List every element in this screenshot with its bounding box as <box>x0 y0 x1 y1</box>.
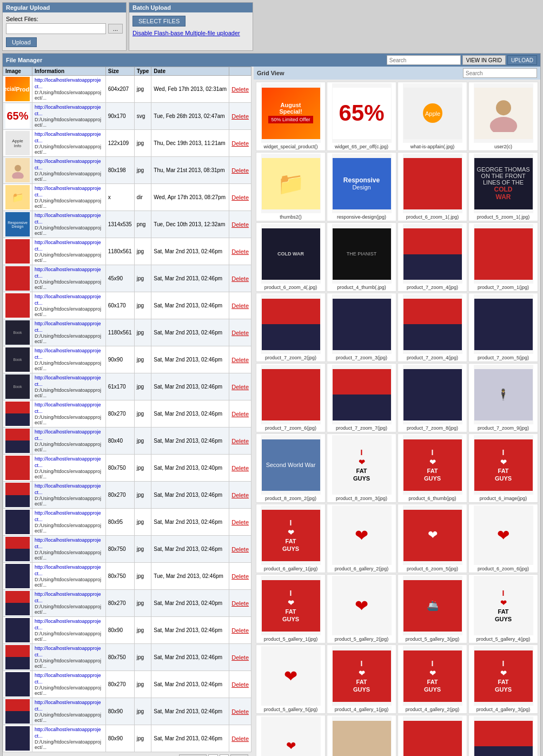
grid-item[interactable]: I❤FATGUYS product_6_thumb(jpg) <box>398 433 467 503</box>
grid-item[interactable]: product_7_zoom_6(jpg) <box>256 363 326 432</box>
grid-item[interactable]: I❤FATGUYS product_4_gallery_1(jpg) <box>327 645 396 714</box>
grid-item[interactable]: AugustSpecial!50% Limited Offer widget_s… <box>256 82 326 151</box>
delete-link[interactable]: Delete <box>231 86 249 93</box>
delete-link[interactable]: Delete <box>231 330 249 336</box>
delete-link[interactable]: Delete <box>231 627 249 634</box>
delete-link[interactable]: Delete <box>231 492 249 498</box>
grid-item[interactable]: product_7_zoom_2(jpg) <box>256 293 326 362</box>
grid-item[interactable]: product_7_zoom_4(jpg) <box>398 222 467 292</box>
table-cell-delete[interactable]: Delete <box>229 76 251 103</box>
grid-item[interactable]: product_7_zoom_1(jpg) <box>468 222 538 292</box>
delete-link[interactable]: Delete <box>231 221 249 228</box>
grid-item[interactable]: I❤FATGUYS product_5_gallery_1(jpg) <box>256 574 326 643</box>
table-cell-delete[interactable]: Delete <box>229 103 251 130</box>
table-cell-delete[interactable]: Delete <box>229 373 251 400</box>
delete-link[interactable]: Delete <box>231 438 249 444</box>
grid-item[interactable]: ❤ product_4_gallery_1(jpg) <box>256 715 326 756</box>
table-cell-delete[interactable]: Delete <box>229 671 251 698</box>
delete-link[interactable]: Delete <box>231 167 249 174</box>
delete-link[interactable]: Delete <box>231 735 249 742</box>
grid-item[interactable]: product_7_zoom_8(jpg) <box>398 363 467 432</box>
grid-item[interactable]: 📁 thumbs2() <box>256 152 326 221</box>
grid-item[interactable]: ❤ product_6_zoom_5(jpg) <box>398 504 467 573</box>
grid-item[interactable]: product_3_zoom_8(jpg) <box>327 715 396 756</box>
upload-button-header[interactable]: UPLOAD <box>507 55 537 65</box>
select-files-button[interactable]: SELECT FILES <box>133 16 186 27</box>
delete-link[interactable]: Delete <box>231 411 249 417</box>
delete-link[interactable]: Delete <box>231 600 249 607</box>
grid-item[interactable]: I❤FATGUYS product_6_gallery_1(jpg) <box>256 504 326 573</box>
delete-link[interactable]: Delete <box>231 113 249 120</box>
delete-link[interactable]: Delete <box>231 384 249 390</box>
grid-item[interactable]: 🕴 product_7_zoom_9(jpg) <box>468 363 538 432</box>
grid-item[interactable]: I❤FATGUYS product_6_image(jpg) <box>468 433 538 503</box>
table-cell-delete[interactable]: Delete <box>229 346 251 373</box>
grid-item[interactable]: ❤ product_6_gallery_2(jpg) <box>327 504 396 573</box>
delete-link[interactable]: Delete <box>231 708 249 715</box>
table-cell-delete[interactable]: Delete <box>229 725 251 752</box>
grid-item[interactable]: product_7_zoom_4(jpg) <box>398 293 467 362</box>
grid-item[interactable]: product_3_zoom_7(jpg) <box>398 715 467 756</box>
table-cell-delete[interactable]: Delete <box>229 563 251 590</box>
table-cell-delete[interactable]: Delete <box>229 184 251 211</box>
upload-button[interactable]: Upload <box>6 37 37 47</box>
grid-item[interactable]: ❤ product_5_gallery_5(jpg) <box>256 645 326 714</box>
table-cell-delete[interactable]: Delete <box>229 455 251 482</box>
delete-link[interactable]: Delete <box>231 465 249 471</box>
delete-link[interactable]: Delete <box>231 357 249 363</box>
grid-item[interactable]: product_3_zoom_6(jpg) <box>468 715 538 756</box>
grid-item[interactable]: ❤ product_6_zoom_6(jpg) <box>468 504 538 573</box>
grid-item[interactable]: I❤FATGUYS product_4_gallery_2(jpg) <box>398 645 467 714</box>
delete-link[interactable]: Delete <box>231 681 249 688</box>
table-cell-delete[interactable]: Delete <box>229 238 251 265</box>
grid-item[interactable]: GEORGE THOMASON THE FRONT LINES OF THECO… <box>468 152 538 221</box>
grid-item[interactable]: Second World War product_8_zoom_2(jpg) <box>256 433 326 503</box>
grid-item[interactable]: product_6_zoom_1(.jpg) <box>398 152 467 221</box>
grid-item[interactable]: I❤FATGUYS product_8_zoom_3(jpg) <box>327 433 396 503</box>
table-cell-delete[interactable]: Delete <box>229 292 251 319</box>
table-cell-delete[interactable]: Delete <box>229 644 251 671</box>
grid-item[interactable]: 65% widget_65_per_off(c.jpg) <box>327 82 396 151</box>
delete-link[interactable]: Delete <box>231 519 249 525</box>
table-cell-delete[interactable]: Delete <box>229 482 251 509</box>
grid-item[interactable]: I❤FATGUYS product_4_gallery_3(jpg) <box>468 645 538 714</box>
delete-link[interactable]: Delete <box>231 248 249 255</box>
browse-button[interactable]: ... <box>108 24 123 34</box>
delete-link[interactable]: Delete <box>231 546 249 553</box>
table-cell-delete[interactable]: Delete <box>229 617 251 644</box>
grid-item[interactable]: product_7_zoom_5(jpg) <box>468 293 538 362</box>
grid-search-input[interactable] <box>463 68 537 78</box>
file-path-input[interactable] <box>6 23 106 34</box>
delete-link[interactable]: Delete <box>231 275 249 282</box>
delete-link[interactable]: Delete <box>231 140 249 147</box>
disable-flash-link[interactable]: Disable Flash-base Multiple-file uploade… <box>133 30 240 36</box>
table-cell-delete[interactable]: Delete <box>229 428 251 455</box>
grid-item[interactable]: ❤ product_5_gallery_2(jpg) <box>327 574 396 643</box>
table-cell-size: 80x750 <box>105 644 134 671</box>
table-cell-delete[interactable]: Delete <box>229 157 251 184</box>
table-cell-delete[interactable]: Delete <box>229 536 251 563</box>
grid-item[interactable]: ResponsiveDesign responsive-design(jpg) <box>327 152 396 221</box>
grid-item[interactable]: product_7_zoom_7(jpg) <box>327 363 396 432</box>
grid-item[interactable]: I❤FATGUYS product_5_gallery_4(jpg) <box>468 574 538 643</box>
table-cell-delete[interactable]: Delete <box>229 265 251 292</box>
delete-link[interactable]: Delete <box>231 654 249 661</box>
table-cell-delete[interactable]: Delete <box>229 590 251 617</box>
delete-link[interactable]: Delete <box>231 194 249 201</box>
table-cell-delete[interactable]: Delete <box>229 698 251 725</box>
table-cell-delete[interactable]: Delete <box>229 509 251 536</box>
grid-item[interactable]: COLD WAR product_6_zoom_4(.jpg) <box>256 222 326 292</box>
delete-link[interactable]: Delete <box>231 573 249 580</box>
search-input[interactable] <box>387 55 461 65</box>
table-cell-delete[interactable]: Delete <box>229 400 251 428</box>
view-in-grid-button[interactable]: VIEW IN GRID <box>462 55 506 65</box>
grid-item[interactable]: product_7_zoom_3(jpg) <box>327 293 396 362</box>
delete-link[interactable]: Delete <box>231 303 249 309</box>
table-cell-delete[interactable]: Delete <box>229 319 251 346</box>
grid-item[interactable]: THE PIANIST product_4_thumb(.jpg) <box>327 222 396 292</box>
grid-item[interactable]: 🚢 product_5_gallery_3(jpg) <box>398 574 467 643</box>
table-cell-delete[interactable]: Delete <box>229 211 251 238</box>
grid-item[interactable]: Apple what-is-appfain(.jpg) <box>398 82 467 151</box>
grid-item[interactable]: user2(c) <box>468 82 538 151</box>
table-cell-delete[interactable]: Delete <box>229 130 251 157</box>
